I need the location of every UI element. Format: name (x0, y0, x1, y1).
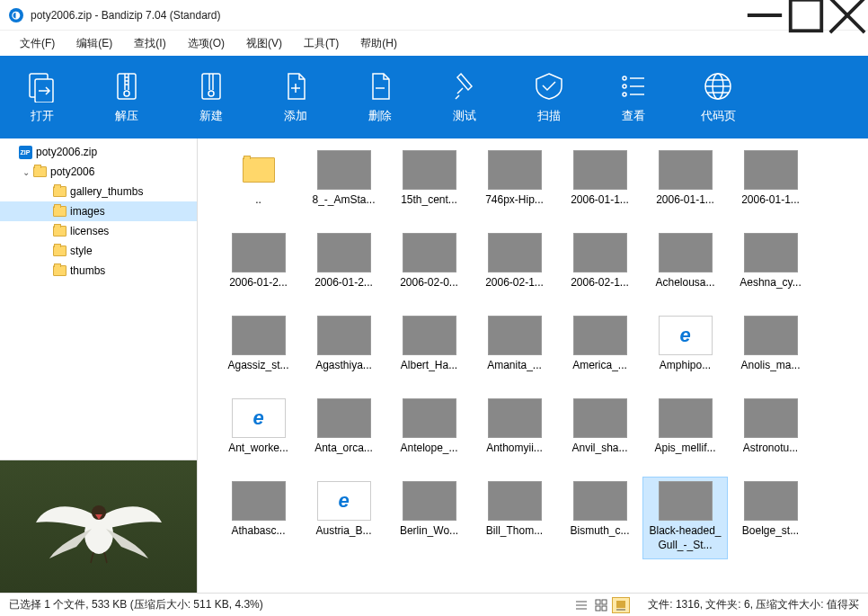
file-item[interactable]: Aeshna_cy... (728, 228, 813, 311)
tree-folder-gallery_thumbs[interactable]: gallery_thumbs (0, 182, 197, 201)
image-thumbnail (488, 150, 542, 190)
tree-folder-thumbs[interactable]: thumbs (0, 261, 197, 281)
file-name: 2006-01-1... (646, 193, 725, 208)
tree-folder-licenses[interactable]: licenses (0, 221, 197, 241)
image-thumbnail (232, 233, 286, 272)
file-item[interactable]: eAnt_worke... (216, 394, 301, 477)
file-item[interactable]: 2006-01-1... (557, 146, 642, 228)
file-item[interactable]: .. (216, 146, 301, 228)
file-item[interactable]: Athabasc... (216, 477, 301, 559)
svg-rect-26 (596, 600, 600, 604)
file-item[interactable]: Anta_orca... (301, 394, 386, 477)
file-item[interactable]: eAustria_B... (301, 477, 386, 559)
folder-icon (53, 226, 66, 237)
file-item[interactable]: 15th_cent... (386, 146, 472, 228)
folder-tree[interactable]: ZIP poty2006.zip ⌄ poty2006 gallery_thum… (0, 138, 197, 460)
menu-tools[interactable]: 工具(T) (293, 32, 350, 55)
menu-file[interactable]: 文件(F) (9, 32, 66, 55)
file-item[interactable]: America_... (557, 311, 642, 394)
file-item[interactable]: eAmphipo... (642, 311, 728, 394)
file-name: Anthomyii... (475, 442, 554, 456)
image-thumbnail (744, 316, 798, 355)
file-item[interactable]: Black-headed_Gull_-_St... (642, 477, 728, 559)
tool-delete[interactable]: 删除 (338, 56, 422, 138)
folder-icon (53, 265, 66, 276)
tool-open[interactable]: 打开 (0, 56, 84, 138)
svg-rect-28 (596, 606, 600, 611)
image-thumbnail (744, 150, 798, 190)
file-item[interactable]: 2006-02-0... (386, 228, 472, 311)
new-icon (195, 70, 227, 103)
chevron-down-icon[interactable]: ⌄ (20, 167, 32, 177)
file-item[interactable]: Anthomyii... (472, 394, 557, 477)
view-icons-button[interactable] (612, 597, 630, 613)
file-item[interactable]: Albert_Ha... (386, 311, 472, 394)
file-name: Aeshna_cy... (731, 276, 810, 290)
menu-help[interactable]: 帮助(H) (350, 32, 408, 55)
file-item[interactable]: Apis_mellif... (642, 394, 728, 477)
file-item[interactable]: Bill_Thom... (472, 477, 557, 559)
maximize-button[interactable] (785, 0, 827, 31)
svg-rect-29 (602, 606, 607, 611)
tool-scan[interactable]: 扫描 (507, 56, 591, 138)
tool-delete-label: 删除 (368, 108, 392, 124)
file-item[interactable]: Anvil_sha... (557, 394, 642, 477)
window-title: poty2006.zip - Bandizip 7.04 (Standard) (31, 9, 220, 22)
tree-folder-poty2006[interactable]: ⌄ poty2006 (0, 162, 197, 182)
image-thumbnail (744, 398, 798, 438)
minimize-button[interactable] (744, 0, 785, 31)
file-name: Bill_Thom... (475, 524, 554, 539)
file-item[interactable]: Bismuth_c... (557, 477, 642, 559)
menu-options[interactable]: 选项(O) (177, 32, 235, 55)
file-item[interactable]: Amanita_... (472, 311, 557, 394)
file-item[interactable]: Boelge_st... (728, 477, 813, 559)
image-thumbnail (232, 316, 286, 355)
tree-root[interactable]: ZIP poty2006.zip (0, 142, 197, 162)
file-name: Anta_orca... (305, 442, 384, 456)
file-name: Agasthiya... (305, 359, 384, 373)
tree-folder-style[interactable]: style (0, 241, 197, 261)
tool-new[interactable]: 新建 (169, 56, 253, 138)
file-item[interactable]: Achelousa... (642, 228, 728, 311)
tool-codepage[interactable]: 代码页 (676, 56, 760, 138)
file-item[interactable]: Berlin_Wo... (386, 477, 472, 559)
folder-icon (33, 166, 47, 177)
image-thumbnail (659, 150, 713, 190)
file-name: Amphipo... (646, 359, 725, 373)
file-name: Boelge_st... (731, 524, 810, 539)
file-item[interactable]: Agasthiya... (301, 311, 386, 394)
view-details-button[interactable] (572, 597, 590, 613)
file-item[interactable]: Astronotu... (728, 394, 813, 477)
file-item[interactable]: 2006-01-2... (301, 228, 386, 311)
file-item[interactable]: 2006-02-1... (472, 228, 557, 311)
tool-view[interactable]: 查看 (591, 56, 676, 138)
view-list-button[interactable] (592, 597, 610, 613)
file-item[interactable]: 2006-02-1... (557, 228, 642, 311)
add-icon (279, 70, 312, 103)
file-name: Austria_B... (305, 524, 384, 539)
menu-view[interactable]: 视图(V) (235, 32, 293, 55)
file-grid: ..8_-_AmSta...15th_cent...746px-Hip...20… (216, 146, 868, 559)
file-item[interactable]: Anolis_ma... (728, 311, 813, 394)
html-file-icon: e (659, 316, 713, 355)
image-thumbnail (317, 233, 371, 272)
menu-find[interactable]: 查找(I) (123, 32, 176, 55)
file-item[interactable]: 2006-01-2... (216, 228, 301, 311)
tool-add-label: 添加 (284, 108, 307, 124)
file-item[interactable]: Agassiz_st... (216, 311, 301, 394)
file-item[interactable]: 8_-_AmSta... (301, 146, 386, 228)
file-pane: ..8_-_AmSta...15th_cent...746px-Hip...20… (198, 138, 868, 593)
tool-add[interactable]: 添加 (253, 56, 338, 138)
close-button[interactable] (827, 0, 868, 31)
file-item[interactable]: 2006-01-1... (728, 146, 813, 228)
file-name: Anvil_sha... (561, 442, 640, 456)
tool-extract[interactable]: 解压 (84, 56, 169, 138)
file-scroll[interactable]: ..8_-_AmSta...15th_cent...746px-Hip...20… (198, 138, 868, 593)
tool-test[interactable]: 测试 (422, 56, 507, 138)
file-item[interactable]: 746px-Hip... (472, 146, 557, 228)
file-item[interactable]: 2006-01-1... (642, 146, 728, 228)
menu-edit[interactable]: 编辑(E) (66, 32, 123, 55)
tool-extract-label: 解压 (115, 108, 138, 124)
file-item[interactable]: Antelope_... (386, 394, 472, 477)
tree-folder-images[interactable]: images (0, 201, 197, 221)
